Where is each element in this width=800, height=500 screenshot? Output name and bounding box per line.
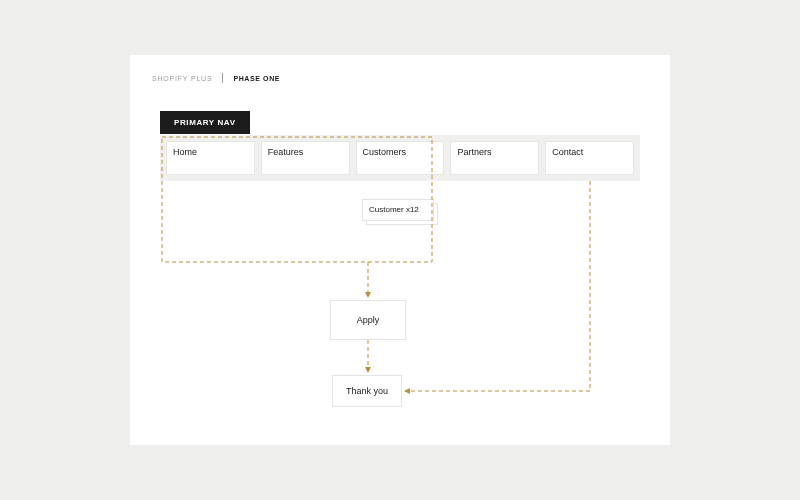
thankyou-label: Thank you [346,386,388,396]
nav-item-home[interactable]: Home [166,141,255,175]
nav-item-customers[interactable]: Customers [356,141,445,175]
nav-item-partners[interactable]: Partners [450,141,539,175]
apply-label: Apply [357,315,380,325]
nav-item-features[interactable]: Features [261,141,350,175]
thankyou-card[interactable]: Thank you [332,375,402,407]
brand-label: SHOPIFY PLUS [152,75,212,82]
nav-item-label: Features [268,147,304,157]
nav-item-label: Contact [552,147,583,157]
nav-item-contact[interactable]: Contact [545,141,634,175]
badge-label: PRIMARY NAV [174,118,236,127]
apply-card[interactable]: Apply [330,300,406,340]
header: SHOPIFY PLUS PHASE ONE [152,73,280,83]
customer-card[interactable]: Customer x12 [362,199,434,221]
nav-strip: Home Features Customers Partners Contact [160,135,640,181]
diagram-canvas: SHOPIFY PLUS PHASE ONE PRIMARY NAV Home … [130,55,670,445]
phase-label: PHASE ONE [233,75,280,82]
nav-item-label: Home [173,147,197,157]
customer-card-label: Customer x12 [369,205,419,214]
nav-item-label: Customers [363,147,407,157]
header-divider [222,73,223,83]
primary-nav-badge: PRIMARY NAV [160,111,250,134]
nav-item-label: Partners [457,147,491,157]
